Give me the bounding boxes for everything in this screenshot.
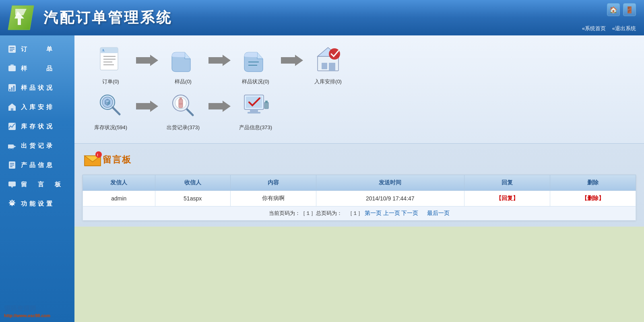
workflow-sample[interactable]: 样品(0) bbox=[159, 43, 207, 85]
table-row: admin 51aspx 你有病啊 2014/10/9 17:44:47 【回复… bbox=[83, 191, 636, 206]
svg-rect-12 bbox=[13, 86, 14, 91]
svg-rect-63 bbox=[265, 101, 268, 103]
workflow-stock[interactable]: 库存状况(594) bbox=[87, 89, 135, 131]
svg-line-56 bbox=[187, 109, 193, 115]
col-reply: 回复 bbox=[464, 175, 550, 191]
footer-url: http://www.asc98.com bbox=[4, 313, 50, 318]
svg-marker-25 bbox=[11, 186, 13, 188]
reply-link[interactable]: 【回复】 bbox=[496, 195, 518, 201]
workflow-order[interactable]: A 订单(0) bbox=[87, 43, 135, 85]
svg-text:A: A bbox=[102, 48, 105, 52]
sidebar-item-shipment[interactable]: 出货记录 bbox=[0, 136, 74, 155]
stock-label: 库存状况 bbox=[21, 123, 55, 130]
svg-marker-38 bbox=[281, 55, 303, 66]
message-board-icon: ! bbox=[83, 150, 103, 170]
footer-watermark: 源码资源网 http://www.asc98.com bbox=[4, 305, 50, 318]
home-icon-btn[interactable]: 🏠 bbox=[607, 3, 620, 16]
product-workflow-label: 产品信息(373) bbox=[239, 124, 272, 131]
svg-text:!: ! bbox=[97, 153, 98, 157]
header-nav: «系统首页 «退出系统 bbox=[582, 25, 636, 32]
svg-rect-24 bbox=[8, 182, 16, 186]
col-receiver: 收信人 bbox=[155, 175, 230, 191]
sidebar-item-warehouse[interactable]: 入库安排 bbox=[0, 97, 74, 117]
svg-rect-43 bbox=[329, 63, 335, 71]
last-page-link[interactable]: 最后一页 bbox=[427, 210, 450, 216]
svg-rect-62 bbox=[264, 102, 268, 109]
workflow-shipment[interactable]: 出货记录(373) bbox=[159, 89, 207, 131]
sidebar-item-sample-status[interactable]: 样品状况 bbox=[0, 78, 74, 97]
product-label: 产品信息 bbox=[21, 161, 55, 169]
shipment-workflow-icon bbox=[167, 89, 199, 122]
workflow-product[interactable]: 产品信息(373) bbox=[231, 89, 280, 131]
logout-icon-btn[interactable]: 🚪 bbox=[623, 3, 636, 16]
warehouse-sidebar-icon bbox=[6, 101, 18, 113]
workflow-warehouse[interactable]: 入库安排(0) bbox=[304, 43, 352, 85]
sidebar-item-order[interactable]: 订 单 bbox=[0, 39, 74, 59]
order-sidebar-icon bbox=[6, 43, 18, 55]
sidebar-item-message[interactable]: 留 言 板 bbox=[0, 175, 74, 194]
watermark-text: 源码资源网 bbox=[4, 305, 50, 313]
product-workflow-icon bbox=[239, 89, 272, 122]
svg-marker-35 bbox=[208, 55, 231, 66]
workflow-section: A 订单(0) bbox=[74, 35, 644, 144]
arrow-1 bbox=[135, 53, 159, 68]
pagination-text: 当前页码为：［１］总页码为： ［１］ bbox=[269, 210, 363, 216]
cell-delete[interactable]: 【删除】 bbox=[550, 191, 636, 206]
nav-home[interactable]: «系统首页 bbox=[582, 25, 606, 31]
col-content: 内容 bbox=[230, 175, 316, 191]
table-header-row: 发信人 收信人 内容 发送时间 回复 删除 bbox=[83, 175, 636, 191]
sidebar-item-settings[interactable]: 功能设置 bbox=[0, 194, 74, 213]
order-workflow-label: 订单(0) bbox=[102, 78, 119, 85]
sample-status-sidebar-icon bbox=[6, 82, 18, 93]
cell-time: 2014/10/9 17:44:47 bbox=[316, 191, 464, 206]
pagination-row: 当前页码为：［１］总页码为： ［１］ 第一页 上一页 下一页 最后一页 bbox=[83, 206, 636, 221]
product-sidebar-icon bbox=[6, 159, 18, 171]
message-section: ! 留言板 发信人 收信人 内容 发送时间 回复 删除 bbox=[74, 144, 644, 227]
cell-receiver: 51aspx bbox=[155, 191, 230, 206]
sample-label: 样 品 bbox=[21, 65, 55, 72]
shipment-label: 出货记录 bbox=[21, 142, 55, 150]
sidebar-item-sample[interactable]: 样 品 bbox=[0, 59, 74, 78]
arrow-2 bbox=[207, 53, 231, 68]
svg-point-18 bbox=[9, 148, 10, 150]
col-delete: 删除 bbox=[550, 175, 636, 191]
header: 汽配订单管理系统 🏠 🚪 «系统首页 «退出系统 bbox=[0, 0, 644, 35]
sidebar-item-product[interactable]: 产品信息 bbox=[0, 155, 74, 175]
prev-page-link[interactable]: 上一页 bbox=[383, 210, 400, 216]
next-page-link[interactable]: 下一页 bbox=[401, 210, 418, 216]
stock-workflow-label: 库存状况(594) bbox=[94, 124, 127, 131]
svg-point-41 bbox=[329, 48, 340, 60]
svg-marker-34 bbox=[136, 55, 158, 66]
arrow-3 bbox=[280, 53, 304, 68]
cell-reply[interactable]: 【回复】 bbox=[464, 191, 550, 206]
svg-marker-50 bbox=[136, 101, 158, 112]
arrow-4 bbox=[135, 99, 159, 114]
message-sidebar-icon bbox=[6, 179, 18, 190]
svg-point-19 bbox=[12, 148, 14, 150]
sample-status-workflow-label: 样品状况(0) bbox=[242, 78, 269, 85]
delete-link[interactable]: 【删除】 bbox=[582, 195, 604, 201]
message-table: 发信人 收信人 内容 发送时间 回复 删除 admin 51aspx 你有病啊 … bbox=[83, 175, 636, 221]
svg-point-67 bbox=[95, 151, 102, 158]
order-workflow-icon: A bbox=[95, 43, 127, 76]
sample-status-label: 样品状况 bbox=[21, 84, 55, 92]
nav-logout[interactable]: «退出系统 bbox=[612, 25, 636, 31]
order-label: 订 单 bbox=[21, 45, 55, 53]
svg-line-46 bbox=[113, 107, 120, 114]
header-icons: 🏠 🚪 bbox=[607, 3, 636, 16]
svg-rect-16 bbox=[8, 144, 14, 149]
svg-rect-55 bbox=[179, 103, 183, 105]
workflow-row-1: A 订单(0) bbox=[87, 43, 632, 85]
warehouse-workflow-icon bbox=[312, 43, 344, 76]
message-board-header: ! 留言板 bbox=[83, 150, 636, 170]
sidebar-item-stock[interactable]: 库存状况 bbox=[0, 117, 74, 136]
sample-workflow-icon bbox=[167, 43, 199, 76]
svg-rect-54 bbox=[180, 97, 182, 100]
workflow-sample-status[interactable]: 样品状况(0) bbox=[231, 43, 280, 85]
svg-rect-10 bbox=[9, 89, 10, 91]
workflow-row-2: 库存状况(594) bbox=[87, 89, 632, 131]
first-page-link[interactable]: 第一页 bbox=[365, 210, 382, 216]
col-time: 发送时间 bbox=[316, 175, 464, 191]
arrow-5 bbox=[207, 99, 231, 114]
sample-status-workflow-icon bbox=[239, 43, 272, 76]
